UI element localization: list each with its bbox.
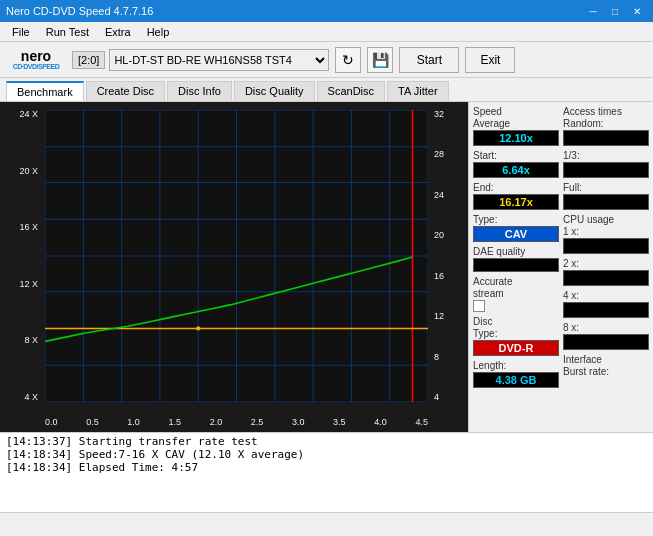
menu-extra[interactable]: Extra xyxy=(97,24,139,40)
drive-selector: [2:0] HL-DT-ST BD-RE WH16NS58 TST4 xyxy=(72,49,329,71)
y-label-8x: 8 X xyxy=(24,336,38,345)
x-axis: 0.0 0.5 1.0 1.5 2.0 2.5 3.0 3.5 4.0 4.5 xyxy=(45,417,428,427)
random-value xyxy=(563,130,649,146)
x-label-05: 0.5 xyxy=(86,417,99,427)
speed-type-group: Type: CAV xyxy=(473,214,559,242)
svg-point-23 xyxy=(196,326,200,330)
speed-start-group: Start: 6.64x xyxy=(473,150,559,178)
speed-average-value: 12.10x xyxy=(473,130,559,146)
side-col-left: Speed Average 12.10x Start: 6.64x End: 1… xyxy=(473,106,559,428)
y-right-28: 28 xyxy=(434,150,444,159)
y-right-4: 4 xyxy=(434,393,439,402)
chart-svg xyxy=(45,110,428,402)
access-times-group: Access times Random: xyxy=(563,106,649,146)
speed-type-value: CAV xyxy=(473,226,559,242)
minimize-button[interactable]: ─ xyxy=(583,3,603,19)
cpu-4x-group: 4 x: xyxy=(563,290,649,318)
cpu-8x-label: 8 x: xyxy=(563,322,649,333)
disc-type-value: DVD-R xyxy=(473,340,559,356)
speed-end-label: End: xyxy=(473,182,559,193)
nero-logo-sub: CD·DVD/SPEED xyxy=(13,63,60,70)
menu-help[interactable]: Help xyxy=(139,24,178,40)
x-label-20: 2.0 xyxy=(210,417,223,427)
tab-scandisc[interactable]: ScanDisc xyxy=(317,81,385,101)
y-axis-right: 32 28 24 20 16 12 8 4 xyxy=(430,110,468,402)
speed-type-label: Type: xyxy=(473,214,559,225)
menu-runtest[interactable]: Run Test xyxy=(38,24,97,40)
accurate-stream-group: Accurate stream xyxy=(473,276,559,312)
access-times-label: Access times xyxy=(563,106,649,117)
log-area: [14:13:37] Starting transfer rate test [… xyxy=(0,432,653,512)
side-panel: Speed Average 12.10x Start: 6.64x End: 1… xyxy=(468,102,653,432)
tab-createdisc[interactable]: Create Disc xyxy=(86,81,165,101)
side-col-right: Access times Random: 1/3: Full: CPU usag… xyxy=(563,106,649,428)
one-third-label: 1/3: xyxy=(563,150,649,161)
speed-label: Speed xyxy=(473,106,559,117)
checkbox-row xyxy=(473,300,559,312)
speed-start-value: 6.64x xyxy=(473,162,559,178)
x-label-10: 1.0 xyxy=(127,417,140,427)
tabs-bar: Benchmark Create Disc Disc Info Disc Qua… xyxy=(0,78,653,102)
disc-length-value: 4.38 GB xyxy=(473,372,559,388)
x-label-45: 4.5 xyxy=(415,417,428,427)
menu-bar: File Run Test Extra Help xyxy=(0,22,653,42)
nero-logo: nero CD·DVD/SPEED xyxy=(6,49,66,70)
x-label-15: 1.5 xyxy=(168,417,181,427)
maximize-button[interactable]: □ xyxy=(605,3,625,19)
cpu-usage-group: CPU usage 1 x: xyxy=(563,214,649,254)
cpu-1x-label: 1 x: xyxy=(563,226,649,237)
drive-code-label: [2:0] xyxy=(72,51,105,69)
speed-end-value: 16.17x xyxy=(473,194,559,210)
speed-group: Speed Average 12.10x xyxy=(473,106,559,146)
cpu-2x-value xyxy=(563,270,649,286)
y-axis-left: 24 X 20 X 16 X 12 X 8 X 4 X xyxy=(0,110,42,402)
log-entry-1: [14:18:34] Speed:7-16 X CAV (12.10 X ave… xyxy=(6,448,647,461)
save-button[interactable]: 💾 xyxy=(367,47,393,73)
tab-tajitter[interactable]: TA Jitter xyxy=(387,81,449,101)
disc-type-header-label: Disc xyxy=(473,316,559,327)
disc-type-sub-label: Type: xyxy=(473,328,559,339)
exit-button[interactable]: Exit xyxy=(465,47,515,73)
y-label-4x: 4 X xyxy=(24,393,38,402)
close-button[interactable]: ✕ xyxy=(627,3,647,19)
cpu-usage-label: CPU usage xyxy=(563,214,649,225)
interface-label: Interface xyxy=(563,354,649,365)
full-value xyxy=(563,194,649,210)
full-group: Full: xyxy=(563,182,649,210)
dae-quality-group: DAE quality xyxy=(473,246,559,272)
x-label-30: 3.0 xyxy=(292,417,305,427)
y-right-32: 32 xyxy=(434,110,444,119)
menu-file[interactable]: File xyxy=(4,24,38,40)
status-bar xyxy=(0,512,653,532)
title-bar-controls: ─ □ ✕ xyxy=(583,3,647,19)
tab-discquality[interactable]: Disc Quality xyxy=(234,81,315,101)
one-third-value xyxy=(563,162,649,178)
tab-benchmark[interactable]: Benchmark xyxy=(6,81,84,101)
disc-length-label: Length: xyxy=(473,360,559,371)
dae-quality-label: DAE quality xyxy=(473,246,559,257)
x-label-35: 3.5 xyxy=(333,417,346,427)
x-label-0: 0.0 xyxy=(45,417,58,427)
refresh-button[interactable]: ↻ xyxy=(335,47,361,73)
log-scroll[interactable]: [14:13:37] Starting transfer rate test [… xyxy=(0,433,653,512)
toolbar: nero CD·DVD/SPEED [2:0] HL-DT-ST BD-RE W… xyxy=(0,42,653,78)
speed-average-label: Average xyxy=(473,118,559,129)
tab-discinfo[interactable]: Disc Info xyxy=(167,81,232,101)
main-content: 24 X 20 X 16 X 12 X 8 X 4 X xyxy=(0,102,653,432)
start-button[interactable]: Start xyxy=(399,47,459,73)
log-entry-2: [14:18:34] Elapsed Time: 4:57 xyxy=(6,461,647,474)
y-right-24: 24 xyxy=(434,191,444,200)
speed-end-group: End: 16.17x xyxy=(473,182,559,210)
disc-type-group: Disc Type: DVD-R xyxy=(473,316,559,356)
title-bar: Nero CD-DVD Speed 4.7.7.16 ─ □ ✕ xyxy=(0,0,653,22)
accurate-stream-checkbox[interactable] xyxy=(473,300,485,312)
interface-group: Interface Burst rate: xyxy=(563,354,649,377)
cpu-1x-value xyxy=(563,238,649,254)
one-third-group: 1/3: xyxy=(563,150,649,178)
drive-combo[interactable]: HL-DT-ST BD-RE WH16NS58 TST4 xyxy=(109,49,329,71)
cpu-8x-value xyxy=(563,334,649,350)
disc-length-group: Length: 4.38 GB xyxy=(473,360,559,388)
dae-quality-bar xyxy=(473,258,559,272)
burst-rate-label: Burst rate: xyxy=(563,366,649,377)
cpu-2x-label: 2 x: xyxy=(563,258,649,269)
